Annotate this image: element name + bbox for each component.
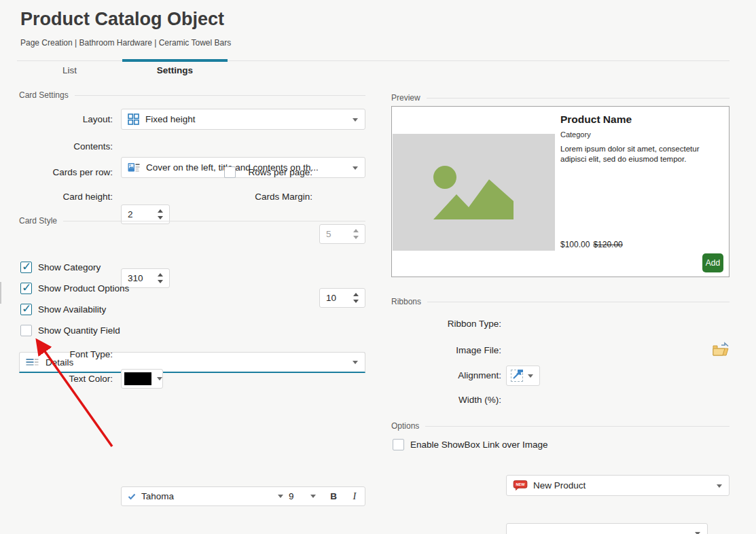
chevron-down-icon (717, 484, 722, 488)
chevron-down-icon (278, 495, 283, 498)
show-availability-label: Show Availability (38, 304, 106, 315)
ribbon-type-value: New Product (533, 480, 602, 491)
check-icon (128, 493, 136, 500)
section-preview-label: Preview (391, 93, 420, 103)
active-tab-indicator (122, 59, 228, 62)
spin-down-button[interactable] (353, 236, 359, 239)
chevron-down-icon (310, 495, 316, 498)
layout-label: Layout: (19, 109, 113, 130)
rows-per-page-spinner[interactable]: 5 (319, 224, 365, 244)
section-preview: Preview (391, 93, 730, 103)
cards-margin-spinner[interactable]: 10 (319, 288, 365, 308)
new-badge-icon: NEW (513, 480, 528, 491)
ribbon-type-dropdown[interactable]: NEW New Product (506, 475, 730, 496)
spin-up-button[interactable] (158, 209, 163, 213)
font-type-label: Font Type: (19, 344, 113, 364)
contents-label: Contents: (19, 136, 113, 157)
bold-button[interactable]: B (323, 487, 344, 505)
spin-up-button[interactable] (353, 293, 359, 296)
show-product-options-row[interactable]: Show Product Options (20, 283, 129, 294)
image-placeholder (393, 134, 555, 251)
show-quantity-field-checkbox[interactable] (20, 325, 32, 336)
show-availability-row[interactable]: Show Availability (20, 304, 106, 315)
chevron-down-icon (157, 377, 162, 380)
left-edge-scroll-mark (0, 282, 1, 304)
spin-up-button[interactable] (158, 273, 163, 277)
page-title: Product Catalog Object (20, 9, 224, 30)
font-type-control[interactable]: Tahoma 9 B I (121, 486, 365, 506)
svg-text:NEW: NEW (516, 482, 525, 486)
show-product-options-label: Show Product Options (38, 283, 129, 293)
section-card-settings-label: Card Settings (19, 90, 69, 100)
browse-image-button[interactable] (712, 342, 730, 358)
open-folder-icon (712, 342, 730, 358)
preview-card: Product Name Category Lorem ipsum dolor … (391, 106, 730, 277)
show-category-checkbox[interactable] (20, 262, 32, 273)
product-catalog-dialog: Product Catalog Object Page Creation | B… (0, 0, 756, 534)
chevron-down-icon (353, 361, 358, 364)
section-ribbons-label: Ribbons (391, 297, 421, 306)
font-size-value: 9 (289, 491, 294, 501)
width-percent-label: Width (%): (408, 390, 501, 410)
showbox-link-row[interactable]: Enable ShowBox Link over Image (393, 439, 548, 450)
cover-left-layout-icon (128, 162, 140, 173)
image-file-dropdown[interactable] (506, 523, 708, 534)
spin-up-button[interactable] (353, 229, 359, 232)
section-card-settings: Card Settings (19, 90, 365, 100)
layout-dropdown[interactable]: Fixed height (121, 109, 365, 130)
showbox-link-checkbox[interactable] (393, 439, 404, 450)
show-quantity-field-label: Show Quantity Field (38, 325, 120, 336)
section-ribbons: Ribbons (391, 297, 730, 306)
rows-per-page-label: Rows per page: (231, 162, 312, 182)
spin-down-button[interactable] (158, 280, 163, 283)
italic-button[interactable]: I (344, 487, 365, 505)
show-quantity-field-row[interactable]: Show Quantity Field (20, 325, 120, 336)
font-name-value: Tahoma (141, 491, 174, 501)
preview-current-price: $100.00 (560, 240, 590, 249)
chevron-down-icon (353, 118, 358, 122)
show-category-label: Show Category (38, 262, 101, 272)
align-top-right-icon (511, 370, 523, 382)
font-name-dropdown[interactable]: Tahoma (122, 487, 289, 505)
show-availability-checkbox[interactable] (20, 304, 32, 315)
section-card-style-label: Card Style (19, 216, 57, 226)
ribbon-type-label: Ribbon Type: (408, 313, 501, 334)
preview-category: Category (560, 130, 591, 139)
breadcrumb: Page Creation | Bathroom Hardware | Cera… (20, 38, 231, 48)
text-color-label: Text Color: (19, 369, 113, 389)
card-height-value: 310 (128, 273, 143, 283)
preview-price: $100.00$120.00 (560, 240, 623, 249)
cards-per-row-label: Cards per row: (19, 162, 113, 182)
layout-value: Fixed height (145, 114, 212, 124)
preview-description: Lorem ipsum dolor sit amet, consectetur … (560, 144, 723, 164)
preview-old-price: $120.00 (593, 240, 622, 249)
alignment-dropdown[interactable] (506, 366, 540, 386)
card-height-label: Card height: (19, 187, 113, 207)
chevron-down-icon (353, 166, 358, 170)
show-category-row[interactable]: Show Category (20, 262, 101, 273)
show-product-options-checkbox[interactable] (20, 283, 32, 294)
alignment-label: Alignment: (408, 366, 501, 386)
preview-add-button: Add (702, 253, 723, 272)
section-options: Options (391, 421, 730, 431)
preview-product-name: Product Name (560, 113, 632, 126)
section-options-label: Options (391, 421, 419, 431)
section-card-style: Card Style (19, 216, 365, 226)
tab-list[interactable]: List (17, 61, 122, 80)
cards-margin-label: Cards Margin: (231, 187, 312, 207)
color-swatch (124, 372, 151, 385)
chevron-down-icon (695, 532, 700, 534)
image-file-label: Image File: (408, 340, 501, 360)
showbox-link-label: Enable ShowBox Link over Image (410, 440, 548, 450)
grid-layout-icon (128, 113, 139, 125)
spin-down-button[interactable] (353, 300, 359, 303)
text-color-picker[interactable] (121, 369, 163, 389)
image-placeholder-icon (393, 134, 555, 251)
rows-per-page-value: 5 (326, 229, 331, 239)
chevron-down-icon (528, 374, 533, 378)
font-size-dropdown[interactable]: 9 (289, 487, 323, 505)
tab-settings[interactable]: Settings (122, 61, 228, 80)
cards-margin-value: 10 (326, 293, 336, 303)
